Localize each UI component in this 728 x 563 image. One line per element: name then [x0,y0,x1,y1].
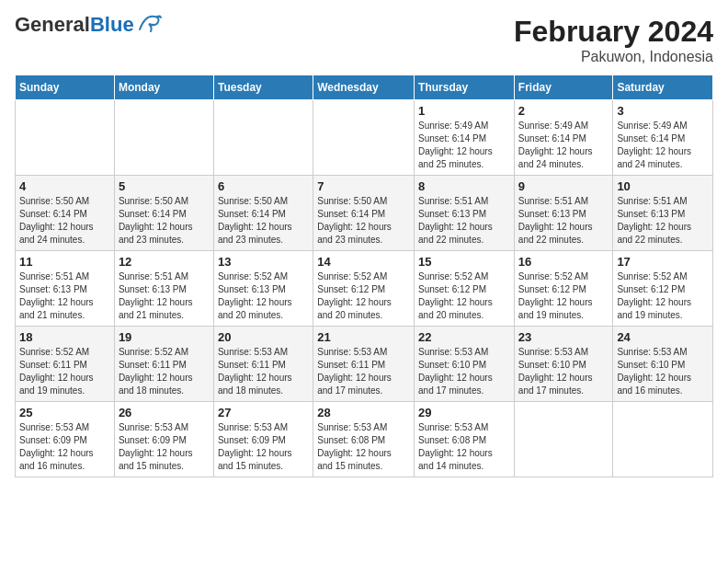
calendar-cell: 19Sunrise: 5:52 AM Sunset: 6:11 PM Dayli… [114,327,213,402]
calendar-cell: 24Sunrise: 5:53 AM Sunset: 6:10 PM Dayli… [613,327,713,402]
calendar-week-row: 1Sunrise: 5:49 AM Sunset: 6:14 PM Daylig… [16,100,713,176]
day-info: Sunrise: 5:51 AM Sunset: 6:13 PM Dayligh… [119,270,210,322]
calendar-cell [16,100,115,176]
calendar-cell: 1Sunrise: 5:49 AM Sunset: 6:14 PM Daylig… [415,100,515,176]
calendar-cell: 4Sunrise: 5:50 AM Sunset: 6:14 PM Daylig… [16,176,115,251]
calendar-cell: 13Sunrise: 5:52 AM Sunset: 6:13 PM Dayli… [213,251,313,327]
day-number: 18 [19,330,110,344]
day-number: 3 [617,104,709,118]
calendar-week-row: 25Sunrise: 5:53 AM Sunset: 6:09 PM Dayli… [16,402,713,477]
calendar-cell: 16Sunrise: 5:52 AM Sunset: 6:12 PM Dayli… [514,251,613,327]
day-number: 7 [317,179,410,193]
weekday-header-wednesday: Wednesday [313,75,415,100]
weekday-header-sunday: Sunday [16,75,115,100]
day-info: Sunrise: 5:53 AM Sunset: 6:10 PM Dayligh… [617,346,709,397]
calendar-cell: 14Sunrise: 5:52 AM Sunset: 6:12 PM Dayli… [313,251,415,327]
day-number: 25 [19,406,110,419]
page-subtitle: Pakuwon, Indonesia [514,49,713,65]
day-info: Sunrise: 5:52 AM Sunset: 6:11 PM Dayligh… [19,346,110,397]
day-number: 20 [218,330,309,344]
calendar-cell: 7Sunrise: 5:50 AM Sunset: 6:14 PM Daylig… [313,176,415,251]
day-info: Sunrise: 5:52 AM Sunset: 6:11 PM Dayligh… [119,346,210,397]
day-number: 5 [119,179,210,193]
calendar-cell: 9Sunrise: 5:51 AM Sunset: 6:13 PM Daylig… [514,176,613,251]
day-number: 14 [317,255,410,269]
day-number: 15 [418,255,510,269]
day-number: 2 [518,104,609,118]
day-number: 28 [317,406,410,419]
page-header: GeneralBlue February 2024 Pakuwon, Indon… [15,15,713,65]
day-info: Sunrise: 5:53 AM Sunset: 6:09 PM Dayligh… [119,421,210,473]
day-info: Sunrise: 5:52 AM Sunset: 6:13 PM Dayligh… [218,270,309,322]
logo-bird-icon [136,13,162,33]
weekday-header-row: SundayMondayTuesdayWednesdayThursdayFrid… [16,75,713,100]
day-number: 13 [218,255,309,269]
title-block: February 2024 Pakuwon, Indonesia [514,15,713,65]
day-info: Sunrise: 5:50 AM Sunset: 6:14 PM Dayligh… [317,195,410,247]
day-info: Sunrise: 5:53 AM Sunset: 6:09 PM Dayligh… [218,421,309,473]
calendar-cell: 8Sunrise: 5:51 AM Sunset: 6:13 PM Daylig… [415,176,515,251]
day-info: Sunrise: 5:52 AM Sunset: 6:12 PM Dayligh… [418,270,510,322]
calendar-cell: 18Sunrise: 5:52 AM Sunset: 6:11 PM Dayli… [16,327,115,402]
day-number: 21 [317,330,410,344]
day-info: Sunrise: 5:51 AM Sunset: 6:13 PM Dayligh… [518,195,609,247]
calendar-cell: 20Sunrise: 5:53 AM Sunset: 6:11 PM Dayli… [213,327,313,402]
calendar-cell: 6Sunrise: 5:50 AM Sunset: 6:14 PM Daylig… [213,176,313,251]
calendar-cell: 22Sunrise: 5:53 AM Sunset: 6:10 PM Dayli… [415,327,515,402]
logo-text: GeneralBlue [15,15,134,35]
day-number: 10 [617,179,709,193]
calendar-cell: 12Sunrise: 5:51 AM Sunset: 6:13 PM Dayli… [114,251,213,327]
day-number: 27 [218,406,309,419]
weekday-header-friday: Friday [514,75,613,100]
calendar-cell: 28Sunrise: 5:53 AM Sunset: 6:08 PM Dayli… [313,402,415,477]
day-number: 8 [418,179,510,193]
day-info: Sunrise: 5:51 AM Sunset: 6:13 PM Dayligh… [617,195,709,247]
day-info: Sunrise: 5:51 AM Sunset: 6:13 PM Dayligh… [19,270,110,322]
page-title: February 2024 [514,15,713,49]
calendar-cell: 27Sunrise: 5:53 AM Sunset: 6:09 PM Dayli… [213,402,313,477]
weekday-header-tuesday: Tuesday [213,75,313,100]
day-info: Sunrise: 5:49 AM Sunset: 6:14 PM Dayligh… [518,120,609,171]
calendar-week-row: 4Sunrise: 5:50 AM Sunset: 6:14 PM Daylig… [16,176,713,251]
weekday-header-saturday: Saturday [613,75,713,100]
day-number: 19 [119,330,210,344]
calendar-cell: 21Sunrise: 5:53 AM Sunset: 6:11 PM Dayli… [313,327,415,402]
day-info: Sunrise: 5:49 AM Sunset: 6:14 PM Dayligh… [418,120,510,171]
day-number: 17 [617,255,709,269]
weekday-header-monday: Monday [114,75,213,100]
calendar-cell [514,402,613,477]
calendar-cell [613,402,713,477]
calendar-cell: 25Sunrise: 5:53 AM Sunset: 6:09 PM Dayli… [16,402,115,477]
calendar-cell [213,100,313,176]
calendar-cell: 11Sunrise: 5:51 AM Sunset: 6:13 PM Dayli… [16,251,115,327]
calendar-cell: 23Sunrise: 5:53 AM Sunset: 6:10 PM Dayli… [514,327,613,402]
day-info: Sunrise: 5:53 AM Sunset: 6:10 PM Dayligh… [418,346,510,397]
calendar-cell: 17Sunrise: 5:52 AM Sunset: 6:12 PM Dayli… [613,251,713,327]
day-number: 4 [19,179,110,193]
day-number: 29 [418,406,510,419]
day-info: Sunrise: 5:53 AM Sunset: 6:08 PM Dayligh… [418,421,510,473]
calendar-week-row: 18Sunrise: 5:52 AM Sunset: 6:11 PM Dayli… [16,327,713,402]
logo: GeneralBlue [15,15,162,35]
day-number: 11 [19,255,110,269]
day-number: 23 [518,330,609,344]
day-number: 16 [518,255,609,269]
calendar-week-row: 11Sunrise: 5:51 AM Sunset: 6:13 PM Dayli… [16,251,713,327]
calendar-cell: 5Sunrise: 5:50 AM Sunset: 6:14 PM Daylig… [114,176,213,251]
calendar-cell: 29Sunrise: 5:53 AM Sunset: 6:08 PM Dayli… [415,402,515,477]
day-number: 26 [119,406,210,419]
day-number: 24 [617,330,709,344]
calendar-cell [313,100,415,176]
weekday-header-thursday: Thursday [415,75,515,100]
day-info: Sunrise: 5:53 AM Sunset: 6:11 PM Dayligh… [317,346,410,397]
calendar-cell: 26Sunrise: 5:53 AM Sunset: 6:09 PM Dayli… [114,402,213,477]
calendar-table: SundayMondayTuesdayWednesdayThursdayFrid… [15,75,713,477]
day-info: Sunrise: 5:52 AM Sunset: 6:12 PM Dayligh… [617,270,709,322]
day-info: Sunrise: 5:53 AM Sunset: 6:10 PM Dayligh… [518,346,609,397]
day-number: 22 [418,330,510,344]
calendar-cell: 15Sunrise: 5:52 AM Sunset: 6:12 PM Dayli… [415,251,515,327]
day-number: 12 [119,255,210,269]
day-info: Sunrise: 5:50 AM Sunset: 6:14 PM Dayligh… [119,195,210,247]
day-info: Sunrise: 5:51 AM Sunset: 6:13 PM Dayligh… [418,195,510,247]
calendar-cell: 10Sunrise: 5:51 AM Sunset: 6:13 PM Dayli… [613,176,713,251]
